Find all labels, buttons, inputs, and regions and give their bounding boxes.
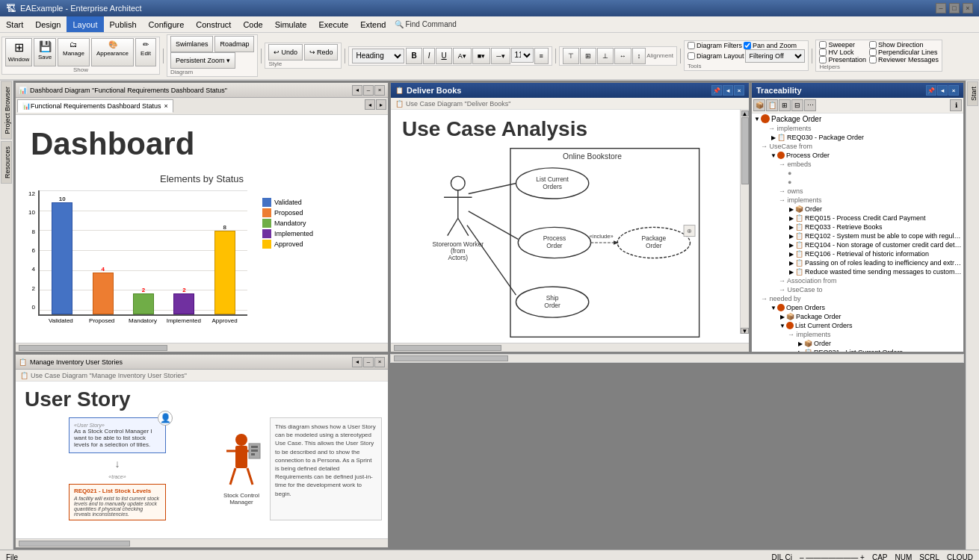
persistent-zoom-btn[interactable]: Persistent Zoom ▾ [170,52,235,69]
dashboard-tab[interactable]: 📊 Functional Requirements Dashboard Stat… [17,99,173,113]
bar-validated[interactable]: 10 [43,196,81,314]
bold-btn[interactable]: B [406,48,421,64]
tree-passing-on[interactable]: ▶ 📋 Passing on of roles leading to ineff… [752,258,963,267]
undo-btn[interactable]: ↩ Undo [268,44,303,60]
dashboard-hscroll[interactable] [16,343,388,352]
tree-process-order[interactable]: ▼ Process Order [752,151,963,160]
menu-simulate[interactable]: Simulate [269,16,313,32]
tree-req015[interactable]: ▶ 📋 REQ015 - Process Credit Card Payment [752,214,963,223]
redo-btn[interactable]: ↪ Redo [304,44,339,60]
dist-h-btn[interactable]: ↔ [614,48,631,64]
swimlanes-btn[interactable]: Swimlanes [170,36,214,52]
dashboard-minimize-btn[interactable]: – [363,85,374,96]
usecase-vscroll[interactable]: ▲ ▼ [740,110,749,334]
menu-publish[interactable]: Publish [104,16,143,32]
menu-start[interactable]: Start [0,16,29,32]
tree-list-current[interactable]: ▼ List Current Orders [752,321,963,330]
save-btn[interactable]: 💾 Save [34,38,56,66]
tree-req104[interactable]: ▶ 📋 REQ104 - Non storage of customer cre… [752,240,963,249]
underline-btn[interactable]: U [436,48,451,64]
tree-order-2[interactable]: ▶ 📦 Order [752,339,963,348]
tree-req106[interactable]: ▶ 📋 REQ106 - Retrieval of historic infor… [752,249,963,258]
dash-scroll-left[interactable]: ◂ [365,99,375,110]
resources-tab[interactable]: Resources [1,141,12,184]
size-select[interactable]: 11 [511,48,534,63]
menu-code[interactable]: Code [237,16,268,32]
tree-dot1[interactable]: ● [752,169,963,178]
trace-expand-btn[interactable]: ⊞ [779,99,791,111]
perp-lines-check[interactable] [869,49,877,56]
tree-pkg-order-2[interactable]: ▶ 📦 Package Order [752,312,963,321]
dashboard-tab-close[interactable]: × [164,102,168,110]
find-command[interactable]: 🔍Find Command [395,20,456,28]
appearance-btn[interactable]: 🎨 Appearance [91,38,134,66]
tree-req033[interactable]: ▶ 📋 REQ033 - Retrieve Books [752,223,963,231]
italic-btn[interactable]: I [423,48,436,64]
menu-extend[interactable]: Extend [354,16,392,32]
usecase-float-btn[interactable]: ◂ [723,85,733,96]
menu-execute[interactable]: Execute [312,16,354,32]
diagram-layout-check[interactable] [688,52,695,60]
usecase-hscroll[interactable] [391,343,749,352]
tree-package-order[interactable]: ▼ Package Order [752,113,963,124]
userstory-panel-controls[interactable]: ◂ – × [352,357,385,367]
presentation-check[interactable] [819,56,827,63]
usecase-pin-btn[interactable]: 📌 [711,85,722,96]
dashboard-close-btn[interactable]: × [374,85,385,96]
roadmap-btn[interactable]: Roadmap [214,36,254,52]
tree-req030[interactable]: ▶ 📋 REQ030 - Package Order [752,133,963,142]
trace-float-btn[interactable]: ◂ [937,85,948,96]
start-tab[interactable]: Start [967,81,978,106]
align-top-btn[interactable]: ⊤ [563,48,579,64]
userstory-minimize-btn[interactable]: – [363,357,374,367]
tree-req102[interactable]: ▶ 📋 REQ102 - System must be able to cope… [752,231,963,240]
heading-select[interactable]: Heading [352,49,404,63]
close-btn[interactable]: × [963,3,973,13]
minimize-btn[interactable]: – [936,3,946,13]
dash-scroll-right[interactable]: ▸ [376,99,386,110]
trace-collapse-btn[interactable]: ⊟ [791,99,803,111]
maximize-btn[interactable]: □ [949,3,960,13]
fill-btn[interactable]: ■▾ [472,48,490,64]
bar-proposed[interactable]: 4 [83,266,122,314]
edit-btn[interactable]: ✏ Edit [135,38,156,66]
align-bot-btn[interactable]: ⊥ [597,48,614,64]
show-direction-check[interactable] [869,41,877,49]
filtering-select[interactable]: Filtering Off [745,49,805,63]
window-controls[interactable]: – □ × [936,3,973,13]
usecase-close-btn[interactable]: × [734,85,744,96]
trace-req-btn[interactable]: 📋 [766,99,778,111]
tree-order[interactable]: ▶ 📦 Order [752,205,963,214]
menu-configure[interactable]: Configure [143,16,191,32]
menu-construct[interactable]: Construct [190,16,237,32]
bar-approved[interactable]: 8 [206,224,244,314]
tree-open-orders[interactable]: ▼ Open Orders [752,303,963,312]
diagram-filters-check[interactable] [688,42,695,49]
menu-design[interactable]: Design [29,16,67,32]
color-btn[interactable]: A▾ [453,48,472,64]
bar-implemented[interactable]: 2 [164,287,203,314]
tree-dot2[interactable]: ● [752,178,963,187]
userstory-close-btn[interactable]: × [374,357,385,367]
tree-reduce[interactable]: ▶ 📋 Reduce wasted time sending messages … [752,267,963,276]
line-btn[interactable]: ─▾ [491,48,510,64]
menu-layout[interactable]: Layout [67,16,103,32]
pan-zoom-check[interactable] [744,42,751,49]
zoom-control[interactable]: – ——————— + [800,553,865,560]
trace-close-btn[interactable]: × [948,85,959,96]
trace-filter-btn[interactable]: ⋯ [804,99,816,111]
hv-lock-check[interactable] [819,49,827,56]
manage-btn[interactable]: 🗂 Manage [58,38,90,66]
userstory-float-btn[interactable]: ◂ [352,357,362,367]
align-left-btn[interactable]: ≡ [534,48,549,64]
dashboard-float-btn[interactable]: ◂ [352,85,362,96]
window-btn[interactable]: ⊞ Window [5,38,32,66]
reviewer-msg-check[interactable] [869,56,877,63]
align-mid-btn[interactable]: ⊞ [580,48,596,64]
sweeper-check[interactable] [819,41,827,49]
trace-pkg-btn[interactable]: 📦 [753,99,765,111]
trace-info-btn[interactable]: ℹ [950,99,962,111]
userstory-hscroll[interactable] [16,538,388,547]
project-browser-tab[interactable]: Project Browser [1,81,12,140]
bar-mandatory[interactable]: 2 [124,287,163,314]
